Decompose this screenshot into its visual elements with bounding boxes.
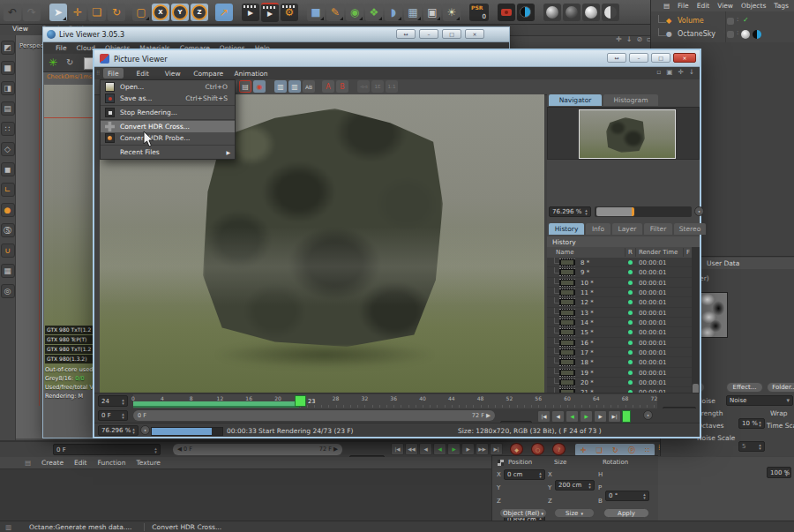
menu-item-convert-hdr-cross[interactable]: Convert HDR Cross... xyxy=(101,121,235,132)
material-ball-2[interactable] xyxy=(563,4,581,21)
render-view-button[interactable]: ▸ xyxy=(242,4,259,21)
pv-maximize-button[interactable]: □ xyxy=(651,53,670,63)
pv-next-frame-button[interactable]: ▶ xyxy=(594,410,607,423)
compare-stack-icon[interactable]: ▥ xyxy=(288,80,301,93)
key-position-icon[interactable]: ✛ xyxy=(581,446,587,454)
layer-toggle[interactable] xyxy=(727,18,734,25)
selection-tool[interactable]: ▢ xyxy=(132,4,150,21)
pv-current-frame-input[interactable]: 24 xyxy=(98,395,128,407)
pv-play-backward-button[interactable]: ◀ xyxy=(566,410,579,423)
folder-button[interactable]: Folder... xyxy=(767,382,794,393)
move-tool[interactable]: ✛ xyxy=(69,4,86,21)
key-scale-icon[interactable]: ❏ xyxy=(596,446,603,454)
noise-type-dropdown[interactable]: Noise▾ xyxy=(726,395,793,406)
history-row[interactable]: 16 *00:00:01 xyxy=(547,338,692,348)
key-parameter-icon[interactable]: Ⓟ xyxy=(628,446,635,455)
lv-close-button[interactable]: × xyxy=(465,29,484,39)
axis-z-button[interactable]: Z xyxy=(191,4,208,21)
texture-grid-icon[interactable]: ▦ xyxy=(1,264,15,278)
current-frame-input[interactable]: 0 F xyxy=(53,444,161,455)
pv-play-button[interactable]: ▶ xyxy=(580,410,593,423)
add-mograph-button[interactable]: ❖ xyxy=(365,4,383,21)
gpu-toggle[interactable]: GTX 980 TxT(1.2 xyxy=(45,326,94,334)
size-x-input[interactable]: 200 cm xyxy=(555,480,595,491)
add-camera-button[interactable]: ▣ xyxy=(423,4,441,21)
octane-logo-icon[interactable]: ✳ xyxy=(49,56,57,69)
workplane-mode-icon[interactable]: ▤ xyxy=(1,101,15,116)
viewport[interactable]: Perspective xyxy=(16,35,42,438)
mat-menu-create[interactable]: Create xyxy=(41,459,64,467)
pv-menu-view[interactable]: View xyxy=(161,68,185,79)
strength-input[interactable]: 10 % xyxy=(738,418,765,429)
tab-info[interactable]: Info xyxy=(586,223,610,235)
make-editable-icon[interactable]: ◩ xyxy=(1,41,15,55)
add-subdivision-button[interactable]: ◉ xyxy=(346,4,363,21)
playhead[interactable] xyxy=(295,395,306,407)
pv-goto-end-button[interactable]: ▶| xyxy=(608,410,621,423)
zoom-slider-thumb[interactable] xyxy=(596,207,634,216)
pv-move-icon[interactable]: ✛ xyxy=(678,68,683,76)
pv-menu-compare[interactable]: Compare xyxy=(189,68,228,79)
history-row[interactable]: 14 *00:00:01 xyxy=(547,318,692,327)
axis-x-button[interactable]: X xyxy=(152,4,169,21)
octane-live-viewer-button[interactable] xyxy=(517,4,535,21)
sky-tag-icon[interactable] xyxy=(741,30,750,39)
gpu-toggle[interactable]: GTX 980(1.3.2) xyxy=(45,355,94,363)
model-mode-icon[interactable]: ■ xyxy=(1,61,15,75)
add-deformer-button[interactable]: ◗ xyxy=(385,4,402,21)
swap-ab-icon[interactable]: ◅◅ xyxy=(357,80,370,93)
menu-item-recent-files[interactable]: Recent Files▶ xyxy=(101,146,235,158)
history-row[interactable]: 10 *00:00:01 xyxy=(547,278,692,288)
pv-goto-start-button[interactable]: |◀ xyxy=(537,410,551,423)
layer-toggle[interactable] xyxy=(727,31,734,38)
record-keyframe-button[interactable]: ◆ xyxy=(510,443,523,455)
effect-button[interactable]: Effect... xyxy=(726,382,763,393)
om-menu-edit[interactable]: Edit xyxy=(697,2,710,10)
snap-settings-icon[interactable]: Ⓢ xyxy=(1,223,15,237)
pane-move-icon[interactable]: ✛ xyxy=(616,35,622,43)
pv-close-button[interactable]: × xyxy=(673,53,696,63)
c4d-play-button[interactable]: ▶ xyxy=(447,443,461,455)
mat-menu-function[interactable]: Function xyxy=(98,459,126,467)
tab-filter[interactable]: Filter xyxy=(644,223,672,235)
gpu-toggle[interactable]: GTX 980 TxT(1.2 xyxy=(45,345,94,354)
object-row-volume[interactable]: ◆ Volume : ✓ xyxy=(651,15,794,27)
enabled-check-icon[interactable]: ✓ xyxy=(743,16,749,24)
enable-axis-icon[interactable]: ∟ xyxy=(1,183,15,197)
stereo-view-icon[interactable]: 1:1 xyxy=(386,80,398,93)
history-row[interactable]: 18 *00:00:01 xyxy=(547,357,692,367)
coords-mode-dropdown[interactable]: Object (Rel)▾ xyxy=(499,508,547,518)
tab-history[interactable]: History xyxy=(549,223,584,235)
paint-icon[interactable]: ◎ xyxy=(1,284,15,298)
pv-menu-animation[interactable]: Animation xyxy=(229,68,272,79)
magnet-icon[interactable]: ∪ xyxy=(1,244,15,258)
psr-reset-button[interactable]: PSR 0 xyxy=(469,4,489,21)
coordinate-system-button[interactable]: ↗ xyxy=(215,4,233,21)
points-mode-icon[interactable]: ∷ xyxy=(1,122,15,136)
render-picture-viewer-button[interactable]: ▸ xyxy=(261,3,279,22)
lv-menu-file[interactable]: File xyxy=(56,44,67,52)
om-menu-tags[interactable]: Tags xyxy=(774,2,789,10)
live-selection-tool[interactable]: ➤ xyxy=(49,4,67,21)
navigator-zoom-input[interactable]: 76.296 % xyxy=(549,206,591,217)
position-x-input[interactable]: 0 cm xyxy=(504,469,545,480)
axis-y-button[interactable]: Y xyxy=(171,4,189,21)
apply-button[interactable]: Apply xyxy=(603,508,649,518)
visibility-dots[interactable]: : xyxy=(737,29,738,36)
history-row[interactable]: 9 *00:00:01 xyxy=(547,267,692,277)
c4d-prev-frame-button[interactable]: ◀ xyxy=(419,443,432,455)
lv-maximize-button[interactable]: □ xyxy=(442,29,461,39)
polygons-mode-icon[interactable]: ◼ xyxy=(1,162,15,176)
c4d-next-key-button[interactable]: ▶▶ xyxy=(476,443,489,455)
tab-layer[interactable]: Layer xyxy=(612,223,642,235)
tab-navigator[interactable]: Navigator xyxy=(549,94,602,106)
version-a-icon[interactable]: A xyxy=(322,80,334,93)
history-row[interactable]: 13 *00:00:01 xyxy=(547,308,692,318)
refresh-icon[interactable]: ↻ xyxy=(66,57,73,67)
undo-icon[interactable]: ↶ xyxy=(4,4,21,21)
picture-viewer-titlebar[interactable]: Picture Viewer ↔–□× xyxy=(94,50,700,67)
pv-minimize-button[interactable]: – xyxy=(629,53,648,63)
pv-menu-file[interactable]: File xyxy=(103,68,124,79)
tab-histogram[interactable]: Histogram xyxy=(603,94,658,106)
add-environment-button[interactable]: ▦ xyxy=(404,4,422,21)
